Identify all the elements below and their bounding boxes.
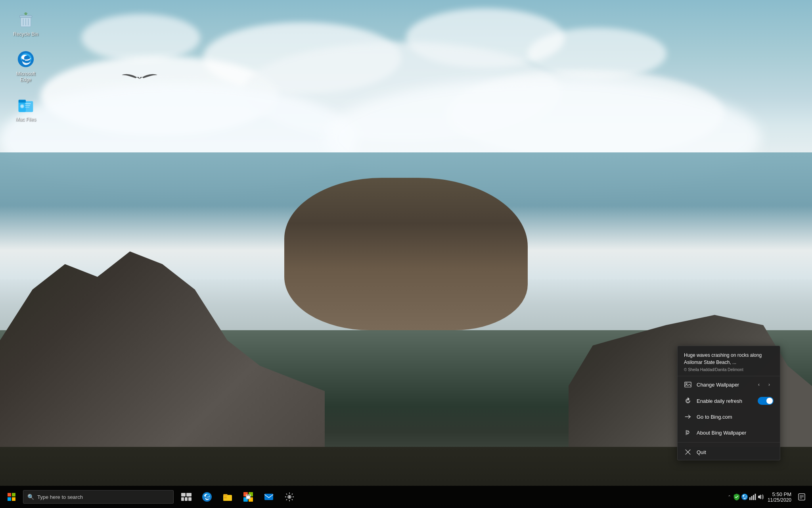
svg-rect-14 <box>25 107 29 108</box>
store-icon <box>243 492 253 502</box>
svg-rect-12 <box>25 103 31 104</box>
search-icon: 🔍 <box>27 494 34 500</box>
recycle-bin-label: Recycle Bin <box>13 31 38 38</box>
next-wallpaper-btn[interactable]: › <box>765 380 774 389</box>
go-to-bing-icon <box>684 413 692 421</box>
svg-rect-36 <box>246 496 250 499</box>
edge-taskbar-icon <box>202 492 212 502</box>
change-wallpaper-item[interactable]: Change Wallpaper ‹ › <box>678 376 780 393</box>
desktop-icons: Recycle Bin Microsoft Edge <box>8 8 44 125</box>
daily-refresh-label: Enable daily refresh <box>697 398 758 404</box>
edge-icon[interactable]: Microsoft Edge <box>8 48 44 85</box>
show-hidden-icons[interactable]: ⌃ <box>726 495 733 500</box>
recycle-bin-icon[interactable]: Recycle Bin <box>8 8 44 40</box>
edge-taskbar[interactable] <box>197 486 217 508</box>
notification-center[interactable] <box>795 486 809 508</box>
svg-rect-15 <box>685 382 691 387</box>
mac-files-image <box>16 95 35 114</box>
store-taskbar[interactable] <box>238 486 259 508</box>
system-tray: ⌃ <box>726 486 812 508</box>
daily-refresh-toggle[interactable] <box>758 397 774 405</box>
bing-logo-icon <box>684 429 692 437</box>
svg-rect-22 <box>186 493 192 496</box>
quit-item[interactable]: Quit <box>678 444 780 460</box>
svg-rect-30 <box>224 496 227 498</box>
tray-date: 11/25/2020 <box>768 497 791 503</box>
edge-image <box>16 50 35 69</box>
network-icon[interactable] <box>749 493 756 501</box>
svg-point-11 <box>21 105 23 108</box>
wallpaper-nav-arrows: ‹ › <box>755 380 774 389</box>
about-bing-label: About Bing Wallpaper <box>697 430 774 436</box>
settings-icon <box>284 492 295 502</box>
mail-taskbar[interactable] <box>259 486 279 508</box>
recycle-bin-image <box>16 10 35 29</box>
settings-taskbar[interactable] <box>279 486 300 508</box>
svg-rect-9 <box>19 100 26 102</box>
task-view-icon <box>181 493 192 501</box>
search-placeholder: Type here to search <box>37 494 83 500</box>
edge-tray-icon[interactable] <box>741 493 749 501</box>
svg-rect-37 <box>264 494 273 500</box>
taskbar: 🔍 Type here to search <box>0 486 812 508</box>
rock-center <box>284 178 528 330</box>
go-to-bing-label: Go to Bing.com <box>697 414 774 420</box>
refresh-icon <box>684 397 692 405</box>
svg-rect-13 <box>25 105 30 106</box>
svg-rect-44 <box>755 494 756 500</box>
wallpaper-credit: © Sheila Haddad/Danita Delimont <box>684 368 774 372</box>
tray-time: 5:50 PM <box>772 491 791 497</box>
go-to-bing-item[interactable]: Go to Bing.com <box>678 409 780 425</box>
svg-rect-42 <box>751 496 752 500</box>
volume-icon[interactable] <box>756 493 764 501</box>
change-wallpaper-label: Change Wallpaper <box>697 382 755 388</box>
enable-daily-refresh-item[interactable]: Enable daily refresh <box>678 393 780 409</box>
mail-icon <box>264 492 274 502</box>
taskbar-search[interactable]: 🔍 Type here to search <box>23 490 174 504</box>
about-bing-item[interactable]: About Bing Wallpaper <box>678 425 780 441</box>
menu-header: Huge waves crashing on rocks along Asilo… <box>678 346 780 376</box>
bing-wallpaper-context-menu: Huge waves crashing on rocks along Asilo… <box>677 346 780 460</box>
svg-point-39 <box>289 496 291 498</box>
wallpaper-title: Huge waves crashing on rocks along Asilo… <box>684 352 774 366</box>
change-wallpaper-icon <box>684 381 692 389</box>
file-explorer-taskbar[interactable] <box>217 486 238 508</box>
prev-wallpaper-btn[interactable]: ‹ <box>755 380 763 389</box>
windows-icon <box>8 493 15 501</box>
svg-rect-25 <box>188 497 192 501</box>
svg-rect-43 <box>753 495 754 500</box>
mac-files-icon[interactable]: Mac Files <box>8 93 44 125</box>
svg-point-18 <box>687 431 689 433</box>
start-button[interactable] <box>0 486 23 508</box>
menu-divider <box>678 442 780 443</box>
task-view-button[interactable] <box>176 486 197 508</box>
taskbar-apps <box>176 486 300 508</box>
svg-rect-41 <box>749 497 751 500</box>
file-explorer-icon <box>222 492 233 502</box>
datetime-display[interactable]: 5:50 PM 11/25/2020 <box>764 491 795 503</box>
svg-rect-24 <box>185 497 188 501</box>
bird-silhouette <box>122 71 157 85</box>
defender-icon[interactable] <box>733 493 741 501</box>
quit-icon <box>684 448 692 456</box>
svg-rect-21 <box>181 493 186 496</box>
quit-label: Quit <box>697 449 774 455</box>
svg-rect-23 <box>181 497 184 501</box>
mac-files-label: Mac Files <box>15 117 36 123</box>
edge-label: Microsoft Edge <box>10 71 42 83</box>
